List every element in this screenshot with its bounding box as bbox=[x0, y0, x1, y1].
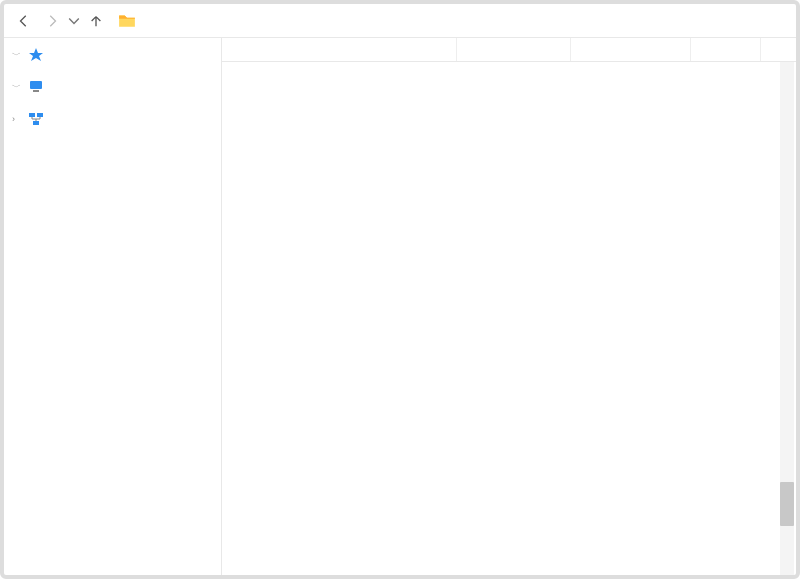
column-size[interactable] bbox=[691, 38, 761, 61]
file-list-pane bbox=[222, 38, 796, 575]
navigation-pane: ﹀ ﹀ › bbox=[4, 38, 222, 575]
quick-access[interactable]: ﹀ bbox=[4, 44, 221, 66]
column-date[interactable] bbox=[457, 38, 571, 61]
pc-icon bbox=[28, 79, 44, 95]
svg-rect-2 bbox=[29, 113, 35, 117]
svg-rect-1 bbox=[33, 90, 39, 92]
recent-dropdown[interactable] bbox=[68, 9, 80, 33]
column-headers bbox=[222, 38, 796, 62]
folder-icon bbox=[118, 12, 136, 30]
svg-rect-3 bbox=[37, 113, 43, 117]
network[interactable]: › bbox=[4, 108, 221, 130]
column-name[interactable] bbox=[222, 38, 457, 61]
up-button[interactable] bbox=[84, 9, 108, 33]
forward-button[interactable] bbox=[40, 9, 64, 33]
column-type[interactable] bbox=[571, 38, 691, 61]
back-button[interactable] bbox=[12, 9, 36, 33]
svg-rect-0 bbox=[30, 81, 42, 89]
this-pc[interactable]: ﹀ bbox=[4, 76, 221, 98]
address-bar bbox=[4, 4, 796, 38]
scrollbar-thumb[interactable] bbox=[780, 482, 794, 526]
network-icon bbox=[28, 111, 44, 127]
star-icon bbox=[28, 47, 44, 63]
svg-rect-4 bbox=[33, 121, 39, 125]
